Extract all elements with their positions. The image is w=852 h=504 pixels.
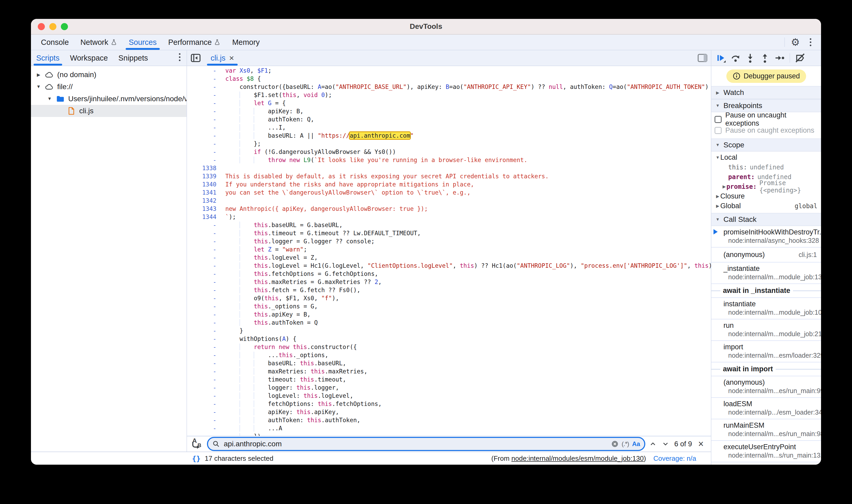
line-number[interactable]: -: [187, 278, 221, 286]
line-number[interactable]: -: [187, 335, 221, 343]
line-number[interactable]: -: [187, 254, 221, 262]
scope-section-header[interactable]: ▼ Scope: [711, 139, 821, 151]
code-line[interactable]: - this.maxRetries = G.maxRetries ?? 2,: [187, 278, 711, 286]
code-line[interactable]: - let G = {: [187, 99, 711, 107]
code-line[interactable]: -var Xs0, $F1;: [187, 67, 711, 75]
line-number[interactable]: 1344: [187, 213, 221, 221]
clear-search-icon[interactable]: [611, 440, 619, 448]
code-line[interactable]: - };: [187, 140, 711, 148]
tab-memory[interactable]: Memory: [226, 35, 265, 50]
step-button[interactable]: [773, 51, 786, 65]
code-line[interactable]: - this.fetch = G.fetch ?? Fs0(),: [187, 286, 711, 294]
line-number[interactable]: -: [187, 246, 221, 254]
line-number[interactable]: 1340: [187, 180, 221, 188]
collapsed-arrow-icon[interactable]: ▶: [36, 72, 41, 78]
expanded-arrow-icon[interactable]: ▼: [36, 84, 41, 89]
line-number[interactable]: -: [187, 302, 221, 310]
code-line[interactable]: 1339This is disabled by default, as it r…: [187, 172, 711, 180]
settings-button[interactable]: ⚙: [788, 35, 802, 49]
line-number[interactable]: -: [187, 99, 221, 107]
line-number[interactable]: -: [187, 351, 221, 359]
code-line[interactable]: 1342: [187, 197, 711, 205]
code-line[interactable]: - logLevel: this.logLevel,: [187, 392, 711, 400]
line-number[interactable]: -: [187, 229, 221, 237]
navigator-more-button[interactable]: [173, 50, 187, 64]
toggle-navigator-button[interactable]: [187, 50, 205, 66]
step-over-button[interactable]: [729, 51, 742, 65]
code-line[interactable]: - }): [187, 432, 711, 436]
line-number[interactable]: -: [187, 221, 221, 229]
code-line[interactable]: - this._options = G,: [187, 302, 711, 310]
code-line[interactable]: - this.logLevel = Hc1(G.logLevel, "Clien…: [187, 262, 711, 270]
call-stack-frame[interactable]: loadESMnode:internal/p.../esm_loader:34: [711, 398, 821, 419]
code-line[interactable]: - return new this.constructor({: [187, 343, 711, 351]
tree-item-cli-js[interactable]: cli.js: [31, 105, 187, 117]
watch-section-header[interactable]: ▶ Watch: [711, 86, 821, 99]
resume-button[interactable]: [714, 51, 728, 65]
tab-network[interactable]: Network: [74, 35, 123, 50]
replace-toggle-button[interactable]: A B: [190, 438, 203, 450]
call-stack-frame[interactable]: promiseInitHookWithDestroyTr...node:inte…: [711, 226, 821, 248]
line-number[interactable]: -: [187, 384, 221, 392]
code-line[interactable]: - fetchOptions: this.fetchOptions,: [187, 400, 711, 408]
step-out-button[interactable]: [758, 51, 772, 65]
tree-item-users-jinhuilee-nvm-versions-node-v2-[interactable]: ▼Users/jinhuilee/.nvm/versions/node/v2..…: [31, 93, 187, 105]
code-line[interactable]: 1341you can set the \`dangerouslyAllowBr…: [187, 188, 711, 197]
code-line[interactable]: - ...I,: [187, 124, 711, 132]
line-number[interactable]: -: [187, 83, 221, 91]
line-number[interactable]: -: [187, 262, 221, 270]
navigator-tab-workspace[interactable]: Workspace: [65, 50, 113, 66]
scope-property[interactable]: ▶promise:Promise {<pending>}: [711, 182, 821, 192]
code-line[interactable]: - baseURL: A || "https://api.anthropic.c…: [187, 132, 711, 140]
code-line[interactable]: - this.apiKey = B,: [187, 310, 711, 319]
code-line[interactable]: 1340If you understand the risks and have…: [187, 180, 711, 188]
tab-performance[interactable]: Performance: [162, 35, 226, 50]
coverage-link[interactable]: Coverage: n/a: [653, 454, 696, 463]
code-line[interactable]: -class $8 {: [187, 75, 711, 83]
call-stack-frame[interactable]: executeUserEntryPointnode:internal/m...s…: [711, 441, 821, 462]
code-line[interactable]: 1343new Anthropic({ apiKey, dangerouslyA…: [187, 205, 711, 213]
call-stack-frame[interactable]: importnode:internal/m...esm/loader:329: [711, 341, 821, 362]
expanded-arrow-icon[interactable]: ▼: [47, 96, 52, 102]
code-line[interactable]: - constructor({baseURL: A=ao("ANTHROPIC_…: [187, 83, 711, 91]
call-stack-frame[interactable]: instantiatenode:internal/m...module_job:…: [711, 298, 821, 319]
line-number[interactable]: 1341: [187, 188, 221, 197]
deactivate-breakpoints-button[interactable]: [793, 51, 807, 65]
line-number[interactable]: -: [187, 286, 221, 294]
line-number[interactable]: -: [187, 270, 221, 278]
code-line[interactable]: - withOptions(A) {: [187, 335, 711, 343]
code-line[interactable]: 1344`);: [187, 213, 711, 221]
previous-match-button[interactable]: [649, 440, 658, 448]
line-number[interactable]: -: [187, 408, 221, 416]
code-line[interactable]: 1338: [187, 164, 711, 172]
line-number[interactable]: -: [187, 148, 221, 156]
scope-group-local[interactable]: ▼Local: [711, 152, 821, 162]
checkbox[interactable]: [714, 116, 722, 123]
code-line[interactable]: - o9(this, $F1, Xs0, "f"),: [187, 294, 711, 302]
call-stack-frame[interactable]: _instantiatenode:internal/m...module_job…: [711, 263, 821, 284]
code-line[interactable]: - timeout: this.timeout,: [187, 376, 711, 384]
code-line[interactable]: - apiKey: this.apiKey,: [187, 408, 711, 416]
line-number[interactable]: -: [187, 343, 221, 351]
code-line[interactable]: - throw new L9(`It looks like you're run…: [187, 156, 711, 164]
code-line[interactable]: - logger: this.logger,: [187, 384, 711, 392]
line-number[interactable]: -: [187, 367, 221, 376]
close-window-button[interactable]: [38, 23, 45, 30]
code-line[interactable]: - this.logLevel = Z,: [187, 254, 711, 262]
line-number[interactable]: -: [187, 115, 221, 124]
line-number[interactable]: -: [187, 424, 221, 432]
code-line[interactable]: - this.fetchOptions = G.fetchOptions,: [187, 270, 711, 278]
code-line[interactable]: - maxRetries: this.maxRetries,: [187, 367, 711, 376]
code-line[interactable]: - ...this._options,: [187, 351, 711, 359]
code-line[interactable]: - this.logger = G.logger ?? console;: [187, 237, 711, 246]
line-number[interactable]: -: [187, 140, 221, 148]
line-number[interactable]: -: [187, 319, 221, 327]
line-number[interactable]: -: [187, 67, 221, 75]
line-number[interactable]: -: [187, 107, 221, 115]
code-line[interactable]: - apiKey: B,: [187, 107, 711, 115]
line-number[interactable]: -: [187, 156, 221, 164]
code-line[interactable]: - baseURL: this.baseURL,: [187, 359, 711, 367]
call-stack-frame[interactable]: runnode:internal/m...module_job:214: [711, 319, 821, 341]
step-into-button[interactable]: [743, 51, 757, 65]
line-number[interactable]: -: [187, 400, 221, 408]
